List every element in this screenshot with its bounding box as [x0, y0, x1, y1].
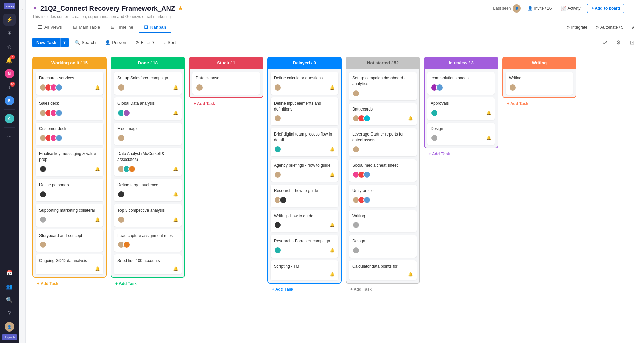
- notification-bell-icon[interactable]: 🔔: [330, 147, 335, 152]
- activity-button[interactable]: 📈 Activity: [558, 5, 583, 12]
- card[interactable]: Writing - how to guide🔔: [271, 210, 338, 232]
- favorite-star-icon[interactable]: ★: [178, 5, 183, 12]
- notification-bell-icon[interactable]: 🔔: [330, 248, 335, 253]
- add-task-button-done[interactable]: + Add Task: [111, 278, 185, 289]
- card[interactable]: Define input elements and definitions: [271, 97, 338, 126]
- invite-button[interactable]: 👤 Invite / 16: [525, 5, 554, 12]
- card[interactable]: Customer deck: [36, 123, 103, 145]
- card[interactable]: Define personas: [36, 179, 103, 201]
- tab-kanban[interactable]: ⊡ Kanban: [139, 22, 172, 33]
- card[interactable]: Scripting - TM🔔: [271, 260, 338, 280]
- sidebar-bell-icon[interactable]: 🔔 2: [3, 54, 16, 66]
- sidebar-avatar-b[interactable]: B: [3, 95, 16, 107]
- sidebar-calendar-icon[interactable]: 📅: [3, 267, 16, 279]
- card[interactable]: Sales deck: [36, 97, 103, 120]
- card[interactable]: Unity article: [349, 185, 417, 207]
- card[interactable]: Social media cheat sheet: [349, 159, 417, 182]
- card[interactable]: Storyboard and concept: [36, 229, 103, 252]
- search-button[interactable]: 🔍 Search: [71, 38, 99, 47]
- card[interactable]: Set up Salesforce campaign🔔: [114, 72, 182, 95]
- card[interactable]: Calculator data points for🔔: [349, 260, 417, 280]
- sidebar-help-icon[interactable]: ?: [3, 307, 16, 319]
- sidebar-download-icon[interactable]: ↓ 16: [3, 81, 16, 93]
- settings-icon[interactable]: ⚙: [613, 37, 624, 48]
- card[interactable]: Define target audience🔔: [114, 179, 182, 201]
- notification-bell-icon[interactable]: 🔔: [173, 85, 178, 90]
- card[interactable]: Data Analyst (McCorkell & associates)🔔: [114, 148, 182, 176]
- add-task-button-writing[interactable]: + Add Task: [502, 99, 576, 109]
- tab-all-views[interactable]: ☰ All Views: [32, 22, 68, 33]
- card[interactable]: Lead capture assignment rules: [114, 229, 182, 252]
- add-to-board-button[interactable]: + Add to board: [587, 4, 624, 13]
- card[interactable]: Finalise key messaging & value prop🔔: [36, 148, 103, 176]
- card[interactable]: Ongoing GD/Data analysis🔔: [36, 254, 103, 274]
- card[interactable]: Supporting marketing collateral🔔: [36, 204, 103, 227]
- collapse-button[interactable]: ∧: [629, 24, 637, 31]
- new-task-button[interactable]: New Task ▾: [32, 38, 69, 47]
- more-options-button[interactable]: ···: [628, 5, 637, 12]
- card[interactable]: Global Data analysis🔔: [114, 97, 182, 120]
- card[interactable]: Meet magic: [114, 123, 182, 145]
- integrate-button[interactable]: ⚙ Integrate: [564, 24, 590, 31]
- notification-bell-icon[interactable]: 🔔: [408, 272, 413, 277]
- sidebar-lightning-icon[interactable]: ⚡: [3, 14, 16, 26]
- add-task-button-notstarted[interactable]: + Add Task: [346, 284, 420, 294]
- card[interactable]: Approvals🔔: [427, 97, 495, 120]
- notification-bell-icon[interactable]: 🔔: [330, 223, 335, 227]
- sidebar-star-icon[interactable]: ☆: [3, 41, 16, 53]
- expand-icon[interactable]: ⤢: [599, 37, 610, 48]
- notification-bell-icon[interactable]: 🔔: [486, 136, 491, 140]
- notification-bell-icon[interactable]: 🔔: [95, 266, 100, 271]
- add-task-button-delayed[interactable]: + Add Task: [267, 284, 342, 294]
- card[interactable]: Agency briefings - how to guide🔔: [271, 159, 338, 182]
- sidebar-grid-icon[interactable]: ⊞: [3, 27, 16, 39]
- card[interactable]: Data cleanse: [192, 72, 260, 95]
- person-filter-button[interactable]: 👤 Person: [102, 38, 129, 47]
- notification-bell-icon[interactable]: 🔔: [330, 85, 335, 90]
- card[interactable]: .com solutions pages: [427, 72, 495, 95]
- fullscreen-icon[interactable]: ⊡: [626, 37, 637, 48]
- sidebar-search-icon[interactable]: 🔍: [3, 294, 16, 306]
- notification-bell-icon[interactable]: 🔔: [408, 116, 413, 121]
- card[interactable]: Seed first 100 accounts🔔: [114, 254, 182, 274]
- notification-bell-icon[interactable]: 🔔: [173, 111, 178, 115]
- app-logo[interactable]: monday: [4, 3, 15, 9]
- notification-bell-icon[interactable]: 🔔: [173, 266, 178, 271]
- sidebar-more-icon[interactable]: ···: [3, 130, 16, 143]
- tab-main-table[interactable]: ⊞ Main Table: [68, 22, 106, 33]
- card[interactable]: Set up campaign dashboard - analytics: [349, 72, 417, 100]
- automate-button[interactable]: ⚙ Automate / 5: [593, 24, 626, 31]
- add-task-button-stuck[interactable]: + Add Task: [189, 99, 263, 109]
- tab-timeline[interactable]: ⊟ Timeline: [105, 22, 139, 33]
- notification-bell-icon[interactable]: 🔔: [330, 172, 335, 177]
- filter-button[interactable]: ⊘ Filter ▾: [132, 38, 158, 47]
- card[interactable]: Define calculator questions🔔: [271, 72, 338, 95]
- card[interactable]: Brief digital team process flow in detai…: [271, 128, 338, 156]
- sidebar-avatar-m[interactable]: M: [3, 68, 16, 80]
- notification-bell-icon[interactable]: 🔔: [173, 167, 178, 171]
- card[interactable]: Leverage Gartner reports for gated asset…: [349, 128, 417, 156]
- sidebar-collapse-handle[interactable]: ›: [19, 0, 26, 343]
- card[interactable]: Battlecards🔔: [349, 103, 417, 126]
- notification-bell-icon[interactable]: 🔔: [486, 111, 491, 115]
- add-task-button-inreview[interactable]: + Add Task: [424, 149, 498, 159]
- card[interactable]: Research - how to guide: [271, 185, 338, 207]
- add-task-button-working[interactable]: + Add Task: [32, 278, 107, 289]
- notification-bell-icon[interactable]: 🔔: [95, 85, 100, 90]
- sort-button[interactable]: ↕ Sort: [160, 38, 179, 47]
- sidebar-people-icon[interactable]: 👥: [3, 280, 16, 292]
- card[interactable]: Design🔔: [427, 123, 495, 145]
- new-task-dropdown-arrow[interactable]: ▾: [60, 38, 69, 47]
- notification-bell-icon[interactable]: 🔔: [95, 217, 100, 222]
- sidebar-avatar-c[interactable]: C: [3, 113, 16, 125]
- notification-bell-icon[interactable]: 🔔: [173, 192, 178, 197]
- card[interactable]: Research - Forrester campaign🔔: [271, 235, 338, 258]
- card[interactable]: Writing: [349, 210, 417, 232]
- notification-bell-icon[interactable]: 🔔: [330, 272, 335, 277]
- card[interactable]: Writing: [506, 72, 573, 95]
- notification-bell-icon[interactable]: 🔔: [95, 167, 100, 171]
- sidebar-user-avatar[interactable]: 👤: [3, 321, 16, 333]
- upgrade-button[interactable]: Upgrade: [2, 334, 18, 340]
- card[interactable]: Top 3 competitive analysis🔔: [114, 204, 182, 227]
- notification-bell-icon[interactable]: 🔔: [173, 217, 178, 222]
